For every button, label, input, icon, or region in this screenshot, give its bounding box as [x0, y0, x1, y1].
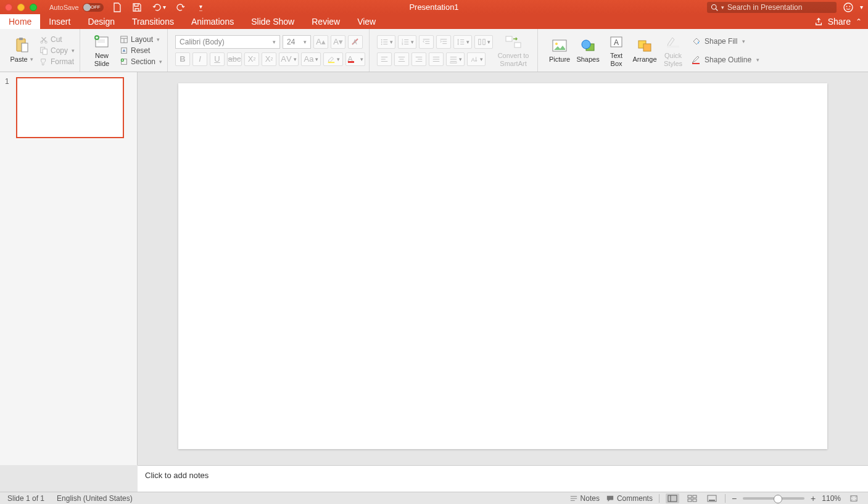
svg-rect-80: [688, 495, 692, 498]
increase-font-button[interactable]: A▴: [313, 35, 328, 49]
slide-canvas[interactable]: [138, 72, 868, 465]
slide-sorter-button[interactable]: [685, 494, 699, 503]
search-box[interactable]: ▾: [707, 2, 837, 13]
decrease-font-button[interactable]: A▾: [331, 35, 345, 49]
zoom-out-button[interactable]: −: [732, 494, 737, 503]
align-center-button[interactable]: [394, 52, 409, 66]
slide-thumbnail-1[interactable]: 1: [5, 77, 132, 138]
zoom-in-button[interactable]: +: [811, 494, 816, 503]
zoom-level[interactable]: 110%: [822, 494, 841, 503]
shapes-button[interactable]: Shapes: [574, 31, 602, 70]
paste-button[interactable]: Paste▾: [7, 31, 36, 70]
increase-indent-button[interactable]: [436, 35, 451, 49]
format-painter-button[interactable]: Format: [38, 57, 76, 67]
underline-button[interactable]: U: [210, 52, 225, 66]
font-color-button[interactable]: A▾: [345, 52, 365, 66]
autosave-label: AutoSave: [49, 4, 79, 11]
tab-animations[interactable]: Animations: [183, 14, 242, 29]
bullets-button[interactable]: ▾: [377, 35, 395, 49]
close-window-button[interactable]: [5, 4, 12, 11]
highlight-color-button[interactable]: ▾: [323, 52, 343, 66]
slide-number: 1: [5, 77, 11, 138]
layout-button[interactable]: Layout▾: [118, 35, 163, 44]
collapse-ribbon[interactable]: ⌃: [856, 17, 862, 26]
align-left-button[interactable]: [377, 52, 392, 66]
svg-rect-22: [328, 62, 334, 63]
tab-view[interactable]: View: [349, 14, 384, 29]
autosave-switch[interactable]: OFF: [83, 3, 104, 12]
paragraph-group: ▾ 123▾ ▾ ▾ ▾ A▾ Convert to SmartArt: [373, 29, 538, 72]
svg-rect-82: [688, 499, 692, 502]
drawing-group: Picture Shapes A Text Box Arrange Quick …: [542, 29, 764, 72]
undo-button[interactable]: ▾: [152, 2, 166, 12]
save-icon[interactable]: [132, 2, 142, 12]
svg-rect-72: [643, 44, 651, 51]
distribute-button[interactable]: ▾: [446, 52, 465, 66]
file-icon[interactable]: [112, 2, 122, 12]
minimize-window-button[interactable]: [17, 4, 25, 11]
numbering-button[interactable]: 123▾: [398, 35, 416, 49]
section-button[interactable]: Section▾: [118, 57, 163, 67]
shape-outline-button[interactable]: Shape Outline▾: [690, 54, 761, 66]
titlebar: AutoSave OFF ▾ ▾ Presentation1 ▾ ▾: [0, 0, 868, 14]
character-spacing-button[interactable]: AV▾: [279, 52, 299, 66]
redo-button[interactable]: [176, 2, 186, 12]
font-group: Calibri (Body)▾ 24▾ A▴ A▾ A B I U abc X2…: [172, 29, 370, 72]
tab-review[interactable]: Review: [303, 14, 349, 29]
tab-home[interactable]: Home: [0, 14, 40, 29]
font-family-select[interactable]: Calibri (Body)▾: [175, 35, 280, 49]
tab-insert[interactable]: Insert: [40, 14, 79, 29]
share-button[interactable]: Share: [828, 17, 851, 27]
decrease-indent-button[interactable]: [419, 35, 434, 49]
maximize-window-button[interactable]: [30, 4, 37, 11]
normal-view-button[interactable]: [666, 494, 679, 503]
search-input[interactable]: [727, 3, 833, 12]
text-direction-button[interactable]: A▾: [467, 52, 486, 66]
slide-indicator[interactable]: Slide 1 of 1: [7, 494, 44, 503]
thumbnail-preview[interactable]: [16, 77, 124, 138]
zoom-slider[interactable]: [743, 497, 804, 500]
clipboard-group: Paste▾ Cut Copy▾ Format: [4, 29, 80, 72]
align-right-button[interactable]: [411, 52, 426, 66]
tab-slideshow[interactable]: Slide Show: [242, 14, 303, 29]
justify-button[interactable]: [429, 52, 444, 66]
subscript-button[interactable]: X2: [262, 52, 276, 66]
reading-view-button[interactable]: [705, 494, 719, 503]
bold-button[interactable]: B: [175, 52, 190, 66]
change-case-button[interactable]: Aa▾: [301, 52, 321, 66]
svg-text:A: A: [353, 39, 357, 46]
notes-toggle[interactable]: Notes: [569, 494, 600, 503]
strikethrough-button[interactable]: abc: [227, 52, 242, 66]
cut-button[interactable]: Cut: [38, 35, 76, 44]
columns-button[interactable]: ▾: [474, 35, 493, 49]
slide[interactable]: [178, 83, 827, 449]
font-size-select[interactable]: 24▾: [283, 35, 311, 49]
convert-smartart-button[interactable]: Convert to SmartArt: [493, 31, 534, 70]
tab-transitions[interactable]: Transitions: [123, 14, 183, 29]
fit-to-window-button[interactable]: [847, 494, 861, 503]
copy-button[interactable]: Copy▾: [38, 46, 76, 56]
svg-text:3: 3: [401, 43, 403, 46]
clear-formatting-button[interactable]: A: [348, 35, 363, 49]
line-spacing-button[interactable]: ▾: [453, 35, 472, 49]
quick-styles-button[interactable]: Quick Styles: [659, 31, 687, 70]
account-menu[interactable]: ▾: [860, 4, 863, 10]
language-indicator[interactable]: English (United States): [57, 494, 133, 503]
comments-toggle[interactable]: Comments: [606, 494, 653, 503]
feedback-icon[interactable]: [843, 2, 854, 13]
svg-rect-63: [506, 36, 512, 41]
notes-pane[interactable]: Click to add notes: [138, 465, 868, 492]
shape-fill-button[interactable]: Shape Fill▾: [690, 35, 761, 48]
italic-button[interactable]: I: [192, 52, 207, 66]
picture-button[interactable]: Picture: [545, 31, 574, 70]
qat-customize[interactable]: ▾: [199, 3, 202, 11]
slide-thumbnail-panel[interactable]: 1: [0, 72, 138, 465]
status-bar: Slide 1 of 1 English (United States) Not…: [0, 492, 868, 504]
arrange-button[interactable]: Arrange: [630, 31, 659, 70]
text-box-button[interactable]: A Text Box: [602, 31, 630, 70]
autosave-toggle[interactable]: AutoSave OFF: [49, 3, 104, 12]
tab-design[interactable]: Design: [79, 14, 123, 29]
reset-button[interactable]: Reset: [118, 46, 163, 56]
superscript-button[interactable]: X2: [244, 52, 259, 66]
new-slide-button[interactable]: New Slide: [88, 31, 116, 70]
